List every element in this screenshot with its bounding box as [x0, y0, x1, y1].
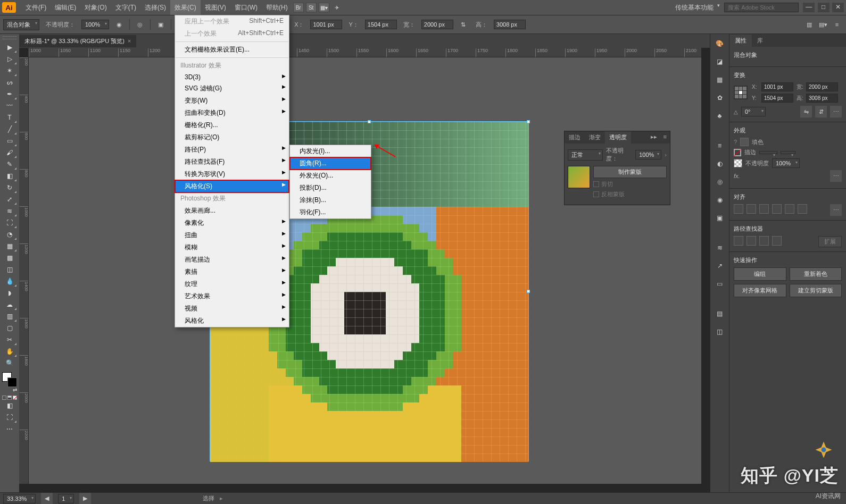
color-guide-icon[interactable]: ◪ — [714, 55, 726, 68]
fx-convert-shape-item[interactable]: 转换为形状(V)▶ — [175, 168, 289, 180]
pf-intersect-icon[interactable] — [759, 236, 769, 246]
tab-libraries[interactable]: 库 — [752, 35, 768, 47]
apply-last-effect-item[interactable]: 应用上一个效果Shift+Ctrl+E — [175, 15, 289, 28]
recolor-icon[interactable]: ◎ — [134, 19, 146, 30]
line-tool[interactable]: ╱ — [2, 123, 17, 135]
selection-type[interactable]: 混合对象 — [3, 19, 39, 30]
fx-crop-marks-item[interactable]: 裁剪标记(O) — [175, 131, 289, 144]
search-stock-input[interactable] — [724, 3, 799, 12]
fx-distort-item[interactable]: 扭曲▶ — [175, 229, 289, 241]
paintbrush-tool[interactable]: 🖌 — [2, 147, 17, 158]
align-vcenter-icon[interactable] — [785, 204, 794, 214]
align-panel-icon[interactable]: ▤ — [714, 307, 726, 320]
transp-opacity-input[interactable]: 100% — [635, 150, 661, 159]
transparency-panel-icon[interactable]: ◎ — [714, 175, 726, 188]
transp-tab-stroke[interactable]: 描边 — [565, 131, 585, 144]
fx-path-item[interactable]: 路径(P)▶ — [175, 144, 289, 156]
artboard-next-icon[interactable]: ▶ — [79, 493, 91, 505]
menu-window[interactable]: 窗口(W) — [230, 0, 262, 15]
align-top-icon[interactable] — [772, 204, 782, 214]
scribble-item[interactable]: 涂抹(B)... — [290, 194, 371, 206]
fx-pathfinder-item[interactable]: 路径查找器(F)▶ — [175, 156, 289, 168]
menu-object[interactable]: 对象(O) — [80, 0, 111, 15]
blend-mode-select[interactable]: 正常 — [568, 149, 603, 161]
fx-rasterize-item[interactable]: 栅格化(R)... — [175, 119, 289, 131]
document-tab[interactable]: 未标题-1* @ 33.33% (RGB/GPU 预览) × — [19, 35, 136, 47]
collapse-panel-icon[interactable]: ▸▸ — [648, 131, 660, 144]
transform-icon[interactable]: ▣ — [155, 19, 167, 30]
last-effect-item[interactable]: 上一个效果Alt+Shift+Ctrl+E — [175, 28, 289, 40]
prop-w-input[interactable] — [806, 82, 838, 91]
transp-tab-gradient[interactable]: 渐变 — [585, 131, 605, 144]
round-corners-item[interactable]: 圆角(R)... — [290, 157, 371, 170]
draw-mode-icon[interactable]: ◧ — [2, 400, 17, 411]
arrange-docs-icon[interactable]: ▦▾ — [319, 3, 329, 12]
perspective-grid-tool[interactable]: ▦ — [2, 240, 17, 252]
fx-video-item[interactable]: 视频▶ — [175, 303, 289, 315]
stroke-style-select[interactable] — [781, 151, 795, 154]
menu-help[interactable]: 帮助(H) — [262, 0, 292, 15]
fx-artistic-item[interactable]: 艺术效果▶ — [175, 290, 289, 303]
prop-h-input[interactable] — [806, 94, 838, 103]
shape-builder-tool[interactable]: ◔ — [2, 229, 17, 240]
graphic-styles-icon[interactable]: ▣ — [714, 212, 726, 224]
asset-export-icon[interactable]: ↗ — [714, 259, 726, 272]
align-hcenter-icon[interactable] — [747, 204, 756, 214]
x-input[interactable] — [310, 20, 342, 29]
type-tool[interactable]: T — [2, 112, 17, 123]
transparency-thumbnail[interactable] — [568, 166, 590, 188]
drop-shadow-item[interactable]: 投影(D)... — [290, 182, 371, 194]
swap-fill-stroke-icon[interactable]: ⇄ — [2, 387, 17, 393]
opacity-swatch[interactable] — [734, 159, 742, 167]
clip-checkbox[interactable]: 剪切 — [593, 180, 667, 188]
align-right-icon[interactable] — [759, 204, 769, 214]
rotate-tool[interactable]: ↻ — [2, 182, 17, 194]
more-options-icon[interactable]: ⋯ — [830, 106, 842, 117]
flip-v-icon[interactable]: ⇵ — [815, 106, 827, 117]
brushes-icon[interactable]: ✿ — [714, 91, 726, 104]
palette-grip[interactable] — [3, 36, 16, 39]
expand-button[interactable]: 扩展 — [818, 236, 842, 247]
artboard-nav[interactable]: 1 — [58, 494, 74, 503]
fill-swatch[interactable] — [740, 138, 749, 146]
pen-tool[interactable]: ✒ — [2, 88, 17, 100]
swatches-icon[interactable]: ▦ — [714, 73, 726, 86]
fx-pixelate-item[interactable]: 像素化▶ — [175, 217, 289, 229]
fx-stylize-item[interactable]: 风格化(S)▶ — [175, 180, 289, 192]
h-input[interactable] — [494, 20, 526, 29]
layers-icon[interactable]: ≋ — [714, 241, 726, 254]
minimize-button[interactable]: — — [803, 3, 815, 12]
menu-type[interactable]: 文字(T) — [111, 0, 140, 15]
eyedropper-tool[interactable]: 💧 — [2, 275, 17, 287]
tab-properties[interactable]: 属性 — [729, 35, 752, 47]
menu-view[interactable]: 视图(V) — [201, 0, 230, 15]
recolor-button[interactable]: 重新着色 — [790, 267, 842, 281]
width-tool[interactable]: ≋ — [2, 205, 17, 217]
edit-toolbar-icon[interactable]: ⋯ — [2, 423, 17, 435]
appearance-more-icon[interactable]: ⋯ — [830, 170, 842, 182]
fill-stroke-swatch[interactable] — [2, 372, 17, 387]
hand-tool[interactable]: ✋ — [2, 346, 17, 357]
selection-handle[interactable] — [527, 120, 530, 123]
align-left-icon[interactable] — [734, 204, 743, 214]
zoom-level[interactable]: 33.33% — [3, 494, 36, 503]
invert-mask-checkbox[interactable]: 反相蒙版 — [593, 190, 667, 198]
inner-glow-item[interactable]: 内发光(I)... — [290, 145, 371, 157]
transp-tab-transparency[interactable]: 透明度 — [605, 131, 631, 144]
free-transform-tool[interactable]: ⛶ — [2, 217, 17, 229]
selection-handle[interactable] — [368, 120, 371, 123]
fx-svg-filters-item[interactable]: SVG 滤镜(G)▶ — [175, 82, 289, 95]
stock-icon[interactable]: St — [306, 3, 317, 12]
symbols-icon[interactable]: ♣ — [714, 110, 726, 122]
panel-menu-icon[interactable]: ≡ — [660, 131, 670, 144]
bridge-icon[interactable]: Br — [293, 3, 304, 12]
stroke-weight-input[interactable] — [759, 151, 777, 154]
color-mode-icons[interactable] — [2, 396, 17, 400]
fx-texture-item[interactable]: 纹理▶ — [175, 278, 289, 290]
shaper-tool[interactable]: ✎ — [2, 158, 17, 170]
maximize-button[interactable]: □ — [818, 3, 830, 12]
artboard-tool[interactable]: ▢ — [2, 322, 17, 334]
close-tab-icon[interactable]: × — [128, 38, 131, 44]
slice-tool[interactable]: ✂ — [2, 334, 17, 346]
editmode-icon[interactable]: ▤▾ — [817, 19, 829, 30]
